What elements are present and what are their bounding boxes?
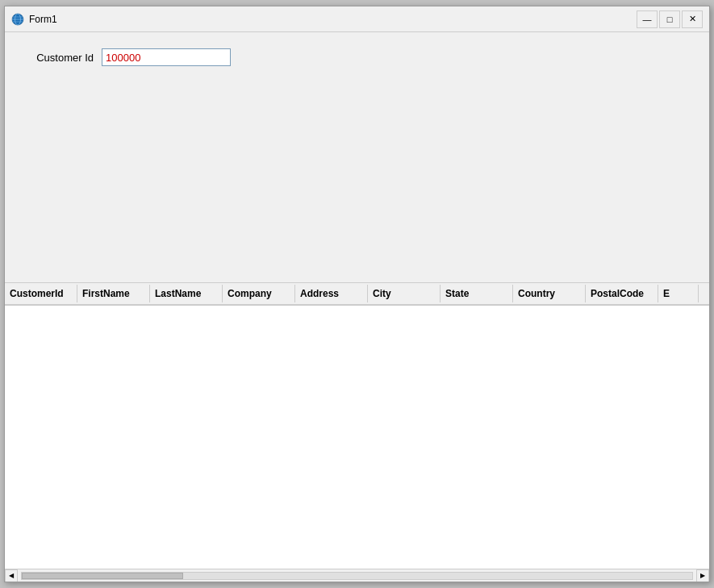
customer-id-row: Customer Id <box>21 48 693 66</box>
grid-header-postalcode[interactable]: PostalCode <box>586 285 658 302</box>
grid-header-extra[interactable]: E <box>658 285 699 302</box>
main-window: Form1 — □ ✕ Customer Id CustomerIdFirstN… <box>4 6 710 582</box>
window-title: Form1 <box>29 14 637 25</box>
form-area: Customer Id <box>5 32 709 282</box>
close-button[interactable]: ✕ <box>682 10 703 28</box>
grid-header-lastname[interactable]: LastName <box>150 285 223 302</box>
grid-header-firstname[interactable]: FirstName <box>77 285 150 302</box>
title-bar: Form1 — □ ✕ <box>5 6 709 32</box>
grid-header-city[interactable]: City <box>368 285 441 302</box>
window-icon <box>11 13 24 26</box>
grid-header-company[interactable]: Company <box>223 285 295 302</box>
grid-header-state[interactable]: State <box>441 285 513 302</box>
horizontal-scrollbar: ◀ ▶ <box>5 569 709 582</box>
scroll-right-button[interactable]: ▶ <box>696 569 709 582</box>
customer-id-input[interactable] <box>102 48 231 66</box>
grid-body <box>5 306 709 569</box>
scrollbar-track[interactable] <box>21 572 693 580</box>
grid-header-country[interactable]: Country <box>513 285 586 302</box>
data-grid: CustomerIdFirstNameLastNameCompanyAddres… <box>5 282 709 582</box>
grid-header-customerid[interactable]: CustomerId <box>5 285 77 302</box>
grid-header: CustomerIdFirstNameLastNameCompanyAddres… <box>5 283 709 306</box>
scrollbar-thumb[interactable] <box>22 573 183 579</box>
scroll-left-button[interactable]: ◀ <box>5 569 18 582</box>
customer-id-label: Customer Id <box>21 52 94 64</box>
title-bar-buttons: — □ ✕ <box>637 10 703 28</box>
minimize-button[interactable]: — <box>637 10 658 28</box>
maximize-button[interactable]: □ <box>659 10 680 28</box>
window-content: Customer Id CustomerIdFirstNameLastNameC… <box>5 32 709 582</box>
grid-header-address[interactable]: Address <box>295 285 368 302</box>
